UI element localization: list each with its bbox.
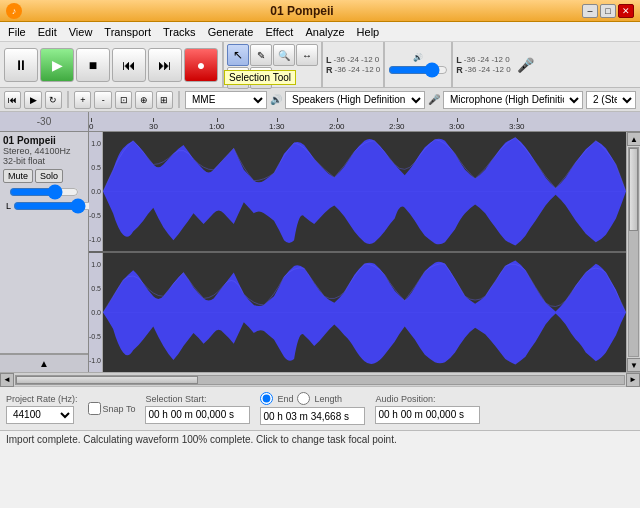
secondary-toolbar: ⏮ ▶ ↻ + - ⊡ ⊕ ⊞ MME DirectSound WASAPI 🔊…: [0, 88, 640, 112]
minimize-button[interactable]: –: [582, 4, 598, 18]
playback-toolbar: 🔊: [385, 42, 453, 87]
audio-position-input[interactable]: 00 h 00 m 00,000 s: [375, 406, 480, 424]
vscroll-track[interactable]: [628, 147, 639, 357]
horizontal-scrollbar[interactable]: ◄ ►: [0, 372, 640, 386]
vscroll-up-button[interactable]: ▲: [627, 132, 640, 146]
app-icon: ♪: [6, 3, 22, 19]
output-volume-slider[interactable]: [388, 64, 448, 76]
menu-analyze[interactable]: Analyze: [299, 24, 350, 40]
menu-transport[interactable]: Transport: [98, 24, 157, 40]
project-rate-label: Project Rate (Hz):: [6, 394, 78, 404]
vscroll-down-button[interactable]: ▼: [627, 358, 640, 372]
track-area-wrapper: 01 Pompeii Stereo, 44100Hz 32-bit float …: [0, 132, 640, 372]
loop-button[interactable]: ↻: [45, 91, 62, 109]
track-controls: Mute Solo: [3, 169, 85, 183]
vscroll-thumb[interactable]: [629, 148, 638, 231]
length-radio[interactable]: [297, 392, 310, 405]
skip-back-small-button[interactable]: ⏮: [4, 91, 21, 109]
ruler-mark-0: 0: [89, 122, 93, 131]
selection-start-input[interactable]: 00 h 00 m 00,000 s: [145, 406, 250, 424]
selection-start-label: Selection Start:: [145, 394, 250, 404]
level-right-scale: -36 -24 -12 0: [335, 65, 381, 74]
scale-n05: -0.5: [89, 212, 101, 219]
waveform-svg-bottom: [103, 253, 626, 372]
vertical-scrollbar[interactable]: ▲ ▼: [626, 132, 640, 372]
project-rate-group: Project Rate (Hz): 44100 22050 48000: [6, 394, 78, 424]
waveform-top: 1.0 0.5 0.0 -0.5 -1.0: [89, 132, 626, 253]
scale2-n10: -1.0: [89, 357, 101, 364]
output-level: 🔊: [388, 53, 448, 76]
draw-tool-button[interactable]: ✎: [250, 44, 272, 66]
play-button[interactable]: ▶: [40, 48, 74, 82]
waveform-display[interactable]: 1.0 0.5 0.0 -0.5 -1.0 1.0: [89, 132, 626, 372]
input-device-select[interactable]: Microphone (High Definition Au…: [443, 91, 583, 109]
level-rl-label: L: [456, 55, 462, 65]
scale-left-top: 1.0 0.5 0.0 -0.5 -1.0: [89, 132, 103, 251]
ruler-left-spacer: -30: [0, 112, 89, 131]
separator1: [67, 91, 69, 108]
separator2: [178, 91, 180, 108]
ruler-mark-330: 3:30: [509, 122, 525, 131]
scale2-05: 0.5: [91, 285, 101, 292]
output-device-select[interactable]: Speakers (High Definition Audi…: [285, 91, 425, 109]
hscroll-left-button[interactable]: ◄: [0, 373, 14, 387]
zoom-sel-button[interactable]: ⊕: [135, 91, 152, 109]
snap-to-checkbox[interactable]: [88, 402, 101, 415]
maximize-button[interactable]: □: [600, 4, 616, 18]
menu-tracks[interactable]: Tracks: [157, 24, 202, 40]
zoom-tool-button[interactable]: 🔍: [273, 44, 295, 66]
waveform-svg-top: [103, 132, 626, 251]
end-value-input[interactable]: 00 h 03 m 34,668 s: [260, 407, 365, 425]
zoom-out-button[interactable]: -: [94, 91, 111, 109]
selection-tool-button[interactable]: ↖: [227, 44, 249, 66]
stop-button[interactable]: ■: [76, 48, 110, 82]
speaker-icon: 🔊: [270, 94, 282, 105]
ruler-timeline[interactable]: 0 30 1:00 1:30 2:00 2:30 3:00 3:30: [89, 112, 640, 131]
project-rate-select[interactable]: 44100 22050 48000: [6, 406, 74, 424]
end-length-group: End Length 00 h 03 m 34,668 s: [260, 392, 365, 425]
level-r-label: R: [326, 65, 333, 75]
hscroll-track[interactable]: [15, 375, 625, 385]
titlebar: ♪ 01 Pompeii – □ ✕: [0, 0, 640, 22]
menu-effect[interactable]: Effect: [260, 24, 300, 40]
record-button[interactable]: ●: [184, 48, 218, 82]
tools-toolbar: ↖ ✎ 🔍 ↔ ∿ ✦ Selection Tool: [224, 42, 323, 87]
timeshift-tool-button[interactable]: ↔: [296, 44, 318, 66]
menu-view[interactable]: View: [63, 24, 99, 40]
hscroll-thumb[interactable]: [16, 376, 198, 384]
solo-button[interactable]: Solo: [35, 169, 63, 183]
input-channels-select[interactable]: 2 (Stereo) Input C…: [586, 91, 636, 109]
audio-position-label: Audio Position:: [375, 394, 480, 404]
hscroll-right-button[interactable]: ►: [626, 373, 640, 387]
track-collapse-btn[interactable]: ▲: [0, 354, 88, 372]
scale2-00: 0.0: [91, 309, 101, 316]
pause-button[interactable]: ⏸: [4, 48, 38, 82]
device-select[interactable]: MME DirectSound WASAPI: [185, 91, 267, 109]
forward-button[interactable]: ⏭: [148, 48, 182, 82]
end-length-radio-row: End Length: [260, 392, 365, 405]
zoom-fit-button[interactable]: ⊡: [115, 91, 132, 109]
zoom-in-button[interactable]: +: [74, 91, 91, 109]
level-left-row: L -36 -24 -12 0: [326, 55, 380, 65]
close-button[interactable]: ✕: [618, 4, 634, 18]
zoom-max-button[interactable]: ⊞: [156, 91, 173, 109]
track-info2: 32-bit float: [3, 156, 85, 166]
gain-slider[interactable]: [9, 186, 79, 198]
ruler-mark-30: 30: [149, 122, 158, 131]
ruler-area: -30 0 30 1:00 1:30 2:00 2:30 3:00 3:30: [0, 112, 640, 132]
menu-file[interactable]: File: [2, 24, 32, 40]
end-radio[interactable]: [260, 392, 273, 405]
ruler-mark-300: 3:00: [449, 122, 465, 131]
mute-button[interactable]: Mute: [3, 169, 33, 183]
waveform-bottom: 1.0 0.5 0.0 -0.5 -1.0: [89, 253, 626, 372]
back-button[interactable]: ⏮: [112, 48, 146, 82]
play-region-button[interactable]: ▶: [24, 91, 41, 109]
transport-toolbar: ⏸ ▶ ■ ⏮ ⏭ ●: [0, 42, 224, 87]
menu-edit[interactable]: Edit: [32, 24, 63, 40]
output-label: 🔊: [413, 53, 423, 62]
mic-icon2: 🎤: [428, 94, 440, 105]
level-left-scale: -36 -24 -12 0: [334, 55, 380, 64]
scale-10: 1.0: [91, 140, 101, 147]
menu-help[interactable]: Help: [351, 24, 386, 40]
menu-generate[interactable]: Generate: [202, 24, 260, 40]
